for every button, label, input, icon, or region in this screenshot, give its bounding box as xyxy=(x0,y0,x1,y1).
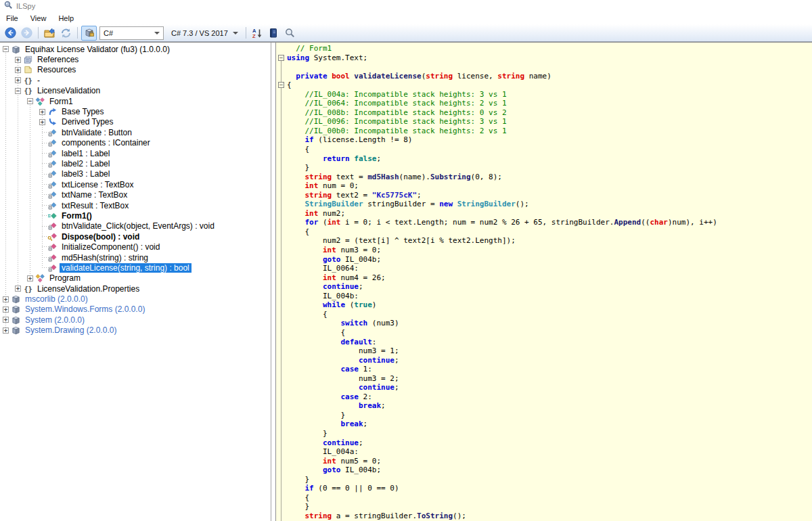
code-token: text = xyxy=(332,173,367,181)
fold-collapse-icon[interactable]: − xyxy=(278,82,284,88)
code-token: ( xyxy=(345,300,354,309)
toolbar-separator xyxy=(38,27,39,39)
collapse-icon[interactable]: − xyxy=(3,46,9,52)
tree-item[interactable]: +Derived Types xyxy=(0,117,271,127)
tree-item[interactable]: +mscorlib (2.0.0.0) xyxy=(0,294,271,304)
namespace-icon: {} xyxy=(22,86,33,95)
code-token: "Kc5775cK" xyxy=(372,191,417,200)
expand-icon[interactable]: + xyxy=(27,275,33,281)
tree-guide-line xyxy=(30,103,30,280)
tree-item[interactable]: label1 : Label xyxy=(0,148,271,158)
tree-item[interactable]: −Equihax License Validator (fu3) (1.0.0.… xyxy=(0,44,271,54)
code-token xyxy=(287,173,305,181)
code-token: string xyxy=(305,191,332,200)
code-token: StringBuilder xyxy=(457,200,516,208)
api-browser-button[interactable] xyxy=(266,26,281,41)
code-token xyxy=(453,200,457,208)
code-token: StringBuilder xyxy=(305,200,363,208)
code-token: string xyxy=(305,173,332,181)
code-token xyxy=(287,383,359,392)
tree-item[interactable]: txtLicense : TextBox xyxy=(0,179,271,189)
expand-icon[interactable]: + xyxy=(39,119,45,125)
tree-item[interactable]: txtResult : TextBox xyxy=(0,200,271,210)
tree-item[interactable]: +Program xyxy=(0,273,271,284)
namespace-icon: {} xyxy=(22,284,33,294)
tree-item[interactable]: −{}LicenseValidation xyxy=(0,86,271,96)
code-line: //IL_008b: Incompatible stack heights: 0… xyxy=(276,108,812,118)
tree-item[interactable]: Form1() xyxy=(0,210,271,221)
compiler-version-select[interactable]: C# 7.3 / VS 2017 xyxy=(167,26,242,40)
code-token: int xyxy=(328,218,341,227)
code-token: { xyxy=(287,493,309,502)
assembly-icon xyxy=(10,294,21,304)
tree-item[interactable]: +{}LicenseValidation.Properties xyxy=(0,284,271,294)
code-token: { xyxy=(287,227,309,236)
code-line: IL_0064: xyxy=(276,264,812,273)
code-token: 2: xyxy=(359,392,372,401)
code-line: //IL_0096: Incompatible stack heights: 3… xyxy=(276,117,812,127)
menu-help[interactable]: Help xyxy=(52,13,80,24)
assembly-icon xyxy=(10,45,21,54)
tree-item[interactable]: validateLicense(string, string) : bool xyxy=(0,263,271,273)
reload-button[interactable] xyxy=(58,26,74,41)
tree-item-label: Form1 xyxy=(47,97,75,106)
collapse-icon[interactable]: − xyxy=(15,88,21,94)
code-token: using xyxy=(287,53,309,62)
code-line: { xyxy=(276,145,812,154)
forward-button[interactable] xyxy=(19,26,35,41)
fold-collapse-icon[interactable]: − xyxy=(278,55,284,61)
tree-item[interactable]: +System.Windows.Forms (2.0.0.0) xyxy=(0,304,271,315)
tree-item[interactable]: +Resources xyxy=(0,65,271,75)
tree-item[interactable]: txtName : TextBox xyxy=(0,189,271,200)
tree-item[interactable]: +System (2.0.0.0) xyxy=(0,315,271,325)
tree-guide-line xyxy=(42,113,43,269)
tree-item[interactable]: label2 : Label xyxy=(0,158,271,168)
search-button[interactable] xyxy=(282,26,298,41)
expand-icon[interactable]: + xyxy=(15,77,21,83)
collapse-icon[interactable]: − xyxy=(27,98,33,104)
expand-icon[interactable]: + xyxy=(3,307,9,313)
tree-item[interactable]: label3 : Label xyxy=(0,169,271,179)
tree-item[interactable]: components : IContainer xyxy=(0,138,271,148)
assembly-tree[interactable]: −Equihax License Validator (fu3) (1.0.0.… xyxy=(0,43,271,521)
code-line: if (0 == 0 || 0 == 0) xyxy=(276,484,812,493)
method-icon xyxy=(47,253,58,263)
expand-icon[interactable]: + xyxy=(3,317,9,323)
code-token: ; xyxy=(394,356,399,365)
expand-icon[interactable]: + xyxy=(15,286,21,292)
menu-file[interactable]: File xyxy=(0,13,24,24)
toolbar-separator xyxy=(246,27,246,39)
expand-icon[interactable]: + xyxy=(39,109,45,115)
ilspy-logo-icon xyxy=(3,0,13,12)
sort-assemblies-button[interactable]: AZ xyxy=(250,26,265,41)
expand-icon[interactable]: + xyxy=(15,57,21,63)
tree-item[interactable]: +System.Drawing (2.0.0.0) xyxy=(0,325,271,336)
tree-item-label: System.Drawing (2.0.0.0) xyxy=(23,325,118,335)
code-view[interactable]: // Form1−using System.Text; private bool… xyxy=(275,43,812,521)
code-token xyxy=(287,181,305,190)
tree-item[interactable]: +{}- xyxy=(0,75,271,85)
tree-item[interactable]: Dispose(bool) : void xyxy=(0,231,271,242)
back-button[interactable] xyxy=(3,26,18,41)
expand-icon[interactable]: + xyxy=(15,67,21,73)
language-select[interactable]: C# xyxy=(99,26,164,40)
tree-item-label: md5Hash(string) : string xyxy=(60,253,150,263)
code-token xyxy=(287,420,340,428)
code-line: string a = stringBuilder.ToString(); xyxy=(276,512,812,521)
tree-item[interactable]: −Form1 xyxy=(0,96,271,106)
code-token: int xyxy=(305,209,319,218)
tree-item[interactable]: +Base Types xyxy=(0,106,271,116)
assembly-visibility-toggle[interactable] xyxy=(81,26,97,41)
tree-item[interactable]: md5Hash(string) : string xyxy=(0,252,271,263)
menu-view[interactable]: View xyxy=(24,13,53,24)
tree-item[interactable]: +References xyxy=(0,54,271,64)
expand-icon[interactable]: + xyxy=(3,296,9,302)
tree-item[interactable]: btnValidate_Click(object, EventArgs) : v… xyxy=(0,221,271,231)
code-token: int xyxy=(323,246,336,254)
tree-item[interactable]: InitializeComponent() : void xyxy=(0,242,271,252)
code-token: false xyxy=(354,154,376,163)
code-line: { xyxy=(276,493,812,503)
open-file-button[interactable] xyxy=(42,26,58,41)
expand-icon[interactable]: + xyxy=(3,327,9,334)
tree-item[interactable]: btnValidate : Button xyxy=(0,127,271,137)
